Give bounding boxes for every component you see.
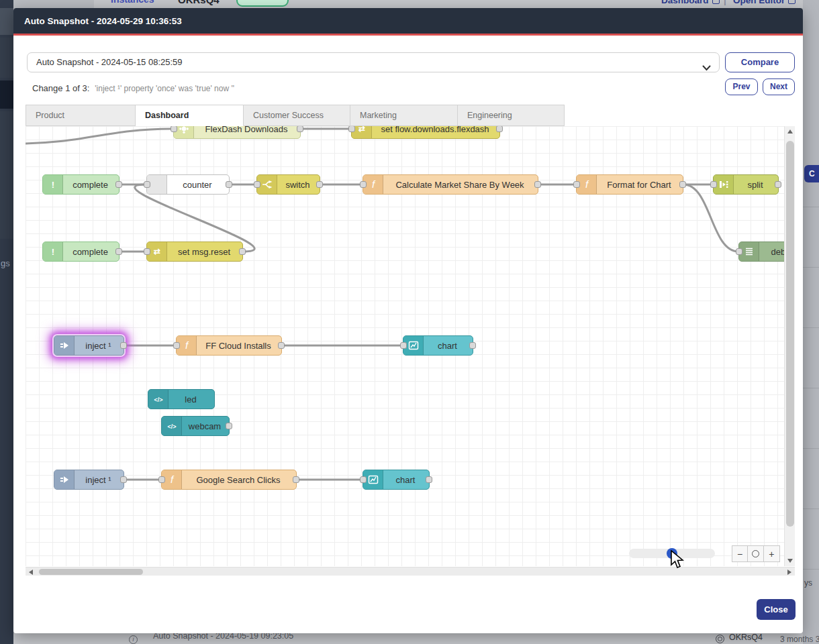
node-label: chart	[385, 470, 426, 489]
flow-node-complete2[interactable]: !complete	[42, 241, 119, 262]
zoom-reset-button[interactable]	[748, 546, 763, 561]
flow-node-counter[interactable]: counter	[146, 174, 230, 195]
node-output-port	[278, 342, 285, 349]
flow-node-ffcloud[interactable]: fFF Cloud Installs	[176, 335, 282, 356]
flow-node-webcam[interactable]: </>webcam	[161, 416, 230, 436]
close-button[interactable]: Close	[757, 599, 796, 620]
flow-tabs: ProductDashboardCustomer SuccessMarketin…	[26, 105, 565, 126]
node-label: Format for Chart	[598, 175, 680, 194]
flow-node-led[interactable]: </>led	[148, 389, 215, 409]
node-input-port	[173, 342, 180, 349]
page: gs Instances OKRsQ4 Dashboard | Open Edi…	[0, 0, 819, 644]
inject-arrow-icon	[54, 336, 75, 355]
external-link-icon	[712, 0, 720, 4]
background-footer: i Auto Snapshot - 2024-05-19 09:23:05 OK…	[13, 633, 803, 644]
compare-button[interactable]: Compare	[725, 52, 795, 72]
tab-product[interactable]: Product	[26, 105, 136, 126]
node-output-port	[534, 181, 541, 188]
zoom-reset-circle-icon	[752, 550, 759, 557]
horizontal-scrollbar[interactable]	[26, 567, 795, 576]
node-output-port	[120, 342, 127, 349]
change-description: 'inject ¹' property 'once' was 'true' no…	[95, 84, 234, 93]
tab-marketing[interactable]: Marketing	[350, 105, 458, 126]
node-output-port	[115, 248, 122, 255]
dialog-header: Auto Snapshot - 2024-05-29 10:36:53	[13, 8, 803, 36]
svg-text:!: !	[51, 180, 54, 190]
horizontal-scrollbar-thumb[interactable]	[39, 569, 143, 575]
node-label: FlexDash Downloads	[195, 126, 297, 138]
flow-node-setflow[interactable]: ⇄set flow.downloads.flexdash	[351, 126, 500, 139]
node-output-port	[426, 476, 432, 483]
svg-text:f: f	[371, 179, 375, 190]
vertical-scrollbar[interactable]	[784, 126, 795, 566]
open-editor-link[interactable]: Open Editor	[733, 0, 796, 5]
zoom-in-button[interactable]: +	[764, 546, 779, 561]
scroll-right-arrow-icon[interactable]	[787, 570, 791, 575]
info-icon: i	[129, 635, 138, 644]
svg-text:f: f	[170, 474, 174, 485]
age-text-fragment: 3 months 3 weeks 4 d	[780, 635, 819, 644]
project-title: OKRsQ4	[178, 0, 220, 5]
flow-node-setmsgreset[interactable]: ⇄set msg.reset	[146, 241, 243, 262]
sidebar-item	[0, 111, 13, 239]
flow-node-inject1[interactable]: inject ¹	[54, 335, 124, 356]
flow-node-chart1[interactable]: chart	[403, 335, 473, 356]
exclamation-icon: !	[43, 175, 63, 194]
svg-text:⇄: ⇄	[358, 126, 365, 133]
flow-node-switch[interactable]: switch	[256, 174, 320, 195]
flow-node-google[interactable]: fGoogle Search Clicks	[161, 470, 297, 490]
node-label: Calculate Market Share By Week	[385, 175, 535, 194]
footer-project-name: OKRsQ4	[729, 633, 763, 642]
node-label: switch	[279, 175, 317, 194]
scroll-down-arrow-icon[interactable]	[787, 559, 793, 563]
zoom-out-button[interactable]: −	[732, 546, 748, 561]
sidebar-item-active	[0, 80, 13, 109]
node-label: inject ¹	[76, 470, 121, 489]
background-text-fragment: ys	[804, 578, 812, 588]
flow-node-chart2[interactable]: chart	[363, 470, 430, 490]
flow-node-debug[interactable]: debug	[738, 241, 784, 262]
instances-link[interactable]: Instances	[111, 0, 154, 5]
node-input-port	[360, 181, 367, 188]
snapshot-list-item: Auto Snapshot - 2024-05-19 09:23:05	[153, 633, 293, 641]
flow-node-calc[interactable]: fCalculate Market Share By Week	[363, 174, 538, 195]
flow-canvas[interactable]: FlexDash Downloads⇄set flow.downloads.fl…	[26, 126, 784, 566]
flow-node-format[interactable]: fFormat for Chart	[576, 174, 683, 195]
code-icon: </>	[162, 417, 182, 435]
external-link-icon	[788, 0, 796, 4]
flow-node-split[interactable]: split	[713, 174, 779, 195]
next-change-button[interactable]: Next	[763, 78, 795, 95]
tab-customer-success[interactable]: Customer Success	[244, 105, 350, 126]
node-input-port	[144, 181, 150, 188]
snapshot-select[interactable]: Auto Snapshot - 2024-05-15 08:25:59	[27, 52, 720, 72]
node-input-port	[710, 181, 717, 188]
flow-node-complete1[interactable]: !complete	[42, 174, 119, 195]
snapshot-compare-dialog: Auto Snapshot - 2024-05-29 10:36:53 Auto…	[13, 8, 803, 633]
tab-engineering[interactable]: Engineering	[458, 105, 565, 126]
dashboard-link[interactable]: Dashboard	[661, 0, 720, 5]
wire	[26, 129, 173, 144]
zoom-slider[interactable]	[629, 549, 715, 558]
tab-dashboard[interactable]: Dashboard	[136, 105, 244, 126]
svg-text:!: !	[51, 247, 54, 257]
background-sidebar: gs	[0, 0, 13, 644]
flow-node-flexdash[interactable]: FlexDash Downloads	[173, 126, 301, 139]
node-input-port	[348, 126, 355, 132]
svg-text:⇄: ⇄	[153, 247, 160, 256]
scroll-left-arrow-icon[interactable]	[29, 570, 33, 575]
nav-separator: |	[724, 0, 726, 5]
node-input-port	[400, 342, 407, 349]
vertical-scrollbar-thumb[interactable]	[786, 141, 794, 527]
node-label: complete	[64, 242, 116, 261]
node-label: counter	[168, 175, 226, 194]
node-input-port	[144, 248, 150, 255]
background-button-fragment: C	[804, 165, 819, 182]
node-output-port	[496, 126, 503, 132]
prev-change-button[interactable]: Prev	[725, 78, 758, 95]
svg-text:</>: </>	[154, 396, 162, 403]
zoom-slider-handle[interactable]	[667, 548, 677, 559]
node-input-port	[158, 476, 165, 483]
flow-node-inject2[interactable]: inject ¹	[54, 470, 124, 490]
scroll-up-arrow-icon[interactable]	[787, 129, 793, 133]
node-input-port	[171, 126, 177, 132]
